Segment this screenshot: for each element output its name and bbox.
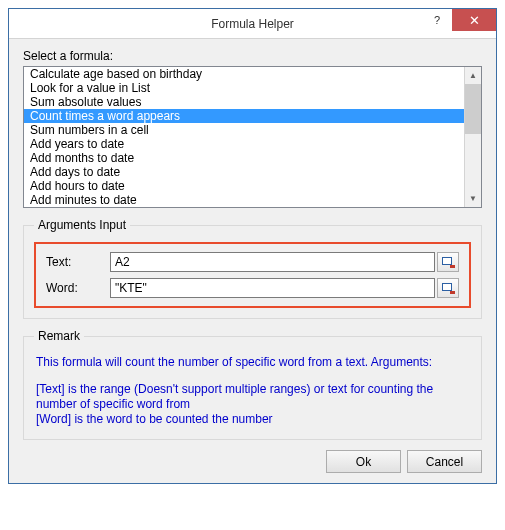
list-item[interactable]: Add years to date — [24, 137, 481, 151]
word-input[interactable] — [110, 278, 435, 298]
word-label: Word: — [46, 281, 110, 295]
close-icon: ✕ — [469, 13, 480, 28]
list-item[interactable]: Calculate age based on birthday — [24, 67, 481, 81]
scrollbar[interactable]: ▲ ▼ — [464, 67, 481, 207]
argument-row-word: Word: — [46, 278, 459, 298]
list-item[interactable]: Sum absolute values — [24, 95, 481, 109]
text-input[interactable] — [110, 252, 435, 272]
range-selector-icon — [442, 257, 454, 267]
help-icon: ? — [434, 14, 440, 26]
window-title: Formula Helper — [211, 17, 294, 31]
remark-fieldset: Remark This formula will count the numbe… — [23, 329, 482, 440]
list-item[interactable]: Count times a word appears — [24, 109, 481, 123]
ok-button[interactable]: Ok — [326, 450, 401, 473]
argument-row-text: Text: — [46, 252, 459, 272]
scroll-thumb[interactable] — [465, 84, 481, 134]
close-button[interactable]: ✕ — [452, 9, 496, 31]
list-item[interactable]: Add hours to date — [24, 179, 481, 193]
scroll-down-button[interactable]: ▼ — [465, 190, 481, 207]
scroll-up-button[interactable]: ▲ — [465, 67, 481, 84]
list-item[interactable]: Add months to date — [24, 151, 481, 165]
word-range-selector-button[interactable] — [437, 278, 459, 298]
range-selector-icon — [442, 283, 454, 293]
cancel-button[interactable]: Cancel — [407, 450, 482, 473]
list-item[interactable]: Add minutes to date — [24, 193, 481, 207]
list-item[interactable]: Look for a value in List — [24, 81, 481, 95]
select-formula-label: Select a formula: — [23, 49, 482, 63]
help-button[interactable]: ? — [422, 9, 452, 31]
remark-line1: This formula will count the number of sp… — [36, 355, 469, 370]
remark-legend: Remark — [34, 329, 84, 343]
list-item[interactable]: Sum numbers in a cell — [24, 123, 481, 137]
remark-text: This formula will count the number of sp… — [34, 353, 471, 429]
list-item[interactable]: Add days to date — [24, 165, 481, 179]
arguments-fieldset: Arguments Input Text: Word: — [23, 218, 482, 319]
arguments-highlight-box: Text: Word: — [34, 242, 471, 308]
remark-line2: [Text] is the range (Doesn't support mul… — [36, 382, 469, 412]
titlebar: Formula Helper ? ✕ — [9, 9, 496, 39]
formula-listbox[interactable]: Calculate age based on birthdayLook for … — [23, 66, 482, 208]
remark-line3: [Word] is the word to be counted the num… — [36, 412, 469, 427]
arguments-legend: Arguments Input — [34, 218, 130, 232]
text-range-selector-button[interactable] — [437, 252, 459, 272]
formula-helper-dialog: Formula Helper ? ✕ Select a formula: Cal… — [8, 8, 497, 484]
text-label: Text: — [46, 255, 110, 269]
titlebar-buttons: ? ✕ — [422, 9, 496, 38]
dialog-content: Select a formula: Calculate age based on… — [9, 39, 496, 483]
button-row: Ok Cancel — [23, 450, 482, 473]
